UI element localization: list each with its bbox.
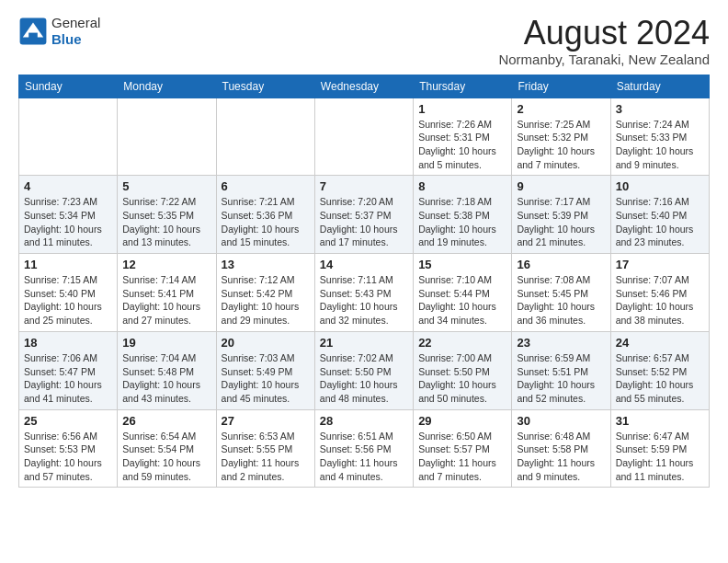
calendar-cell: 9Sunrise: 7:17 AM Sunset: 5:39 PM Daylig… bbox=[512, 176, 610, 254]
day-number: 1 bbox=[418, 102, 506, 116]
weekday-header-sunday: Sunday bbox=[19, 75, 118, 98]
day-info: Sunrise: 7:14 AM Sunset: 5:41 PM Dayligh… bbox=[122, 273, 210, 327]
calendar-header-row: SundayMondayTuesdayWednesdayThursdayFrid… bbox=[19, 75, 710, 98]
day-number: 9 bbox=[517, 179, 605, 193]
calendar-cell: 27Sunrise: 6:53 AM Sunset: 5:55 PM Dayli… bbox=[216, 409, 314, 488]
calendar-cell bbox=[118, 98, 216, 176]
logo-text: General Blue bbox=[51, 15, 100, 48]
day-number: 5 bbox=[122, 179, 210, 193]
calendar-week-row: 4Sunrise: 7:23 AM Sunset: 5:34 PM Daylig… bbox=[19, 176, 710, 254]
calendar-week-row: 11Sunrise: 7:15 AM Sunset: 5:40 PM Dayli… bbox=[19, 254, 710, 332]
day-number: 21 bbox=[320, 336, 408, 350]
day-info: Sunrise: 7:26 AM Sunset: 5:31 PM Dayligh… bbox=[418, 118, 506, 172]
calendar-cell: 19Sunrise: 7:04 AM Sunset: 5:48 PM Dayli… bbox=[118, 331, 216, 409]
month-title: August 2024 bbox=[498, 15, 710, 52]
day-info: Sunrise: 7:18 AM Sunset: 5:38 PM Dayligh… bbox=[418, 195, 506, 249]
day-info: Sunrise: 7:07 AM Sunset: 5:46 PM Dayligh… bbox=[616, 273, 704, 327]
day-info: Sunrise: 7:21 AM Sunset: 5:36 PM Dayligh… bbox=[222, 195, 310, 249]
day-number: 6 bbox=[222, 179, 310, 193]
day-info: Sunrise: 7:12 AM Sunset: 5:42 PM Dayligh… bbox=[222, 273, 310, 327]
day-number: 28 bbox=[320, 414, 408, 428]
calendar-cell: 23Sunrise: 6:59 AM Sunset: 5:51 PM Dayli… bbox=[512, 331, 610, 409]
calendar-cell: 25Sunrise: 6:56 AM Sunset: 5:53 PM Dayli… bbox=[19, 409, 118, 488]
calendar-cell: 10Sunrise: 7:16 AM Sunset: 5:40 PM Dayli… bbox=[610, 176, 709, 254]
day-number: 18 bbox=[24, 336, 112, 350]
day-info: Sunrise: 7:24 AM Sunset: 5:33 PM Dayligh… bbox=[616, 118, 704, 172]
weekday-header-saturday: Saturday bbox=[610, 75, 709, 98]
calendar-cell: 11Sunrise: 7:15 AM Sunset: 5:40 PM Dayli… bbox=[19, 254, 118, 332]
weekday-header-thursday: Thursday bbox=[414, 75, 512, 98]
day-info: Sunrise: 7:16 AM Sunset: 5:40 PM Dayligh… bbox=[616, 195, 704, 249]
calendar-cell: 31Sunrise: 6:47 AM Sunset: 5:59 PM Dayli… bbox=[610, 409, 709, 488]
day-info: Sunrise: 6:54 AM Sunset: 5:54 PM Dayligh… bbox=[122, 430, 210, 484]
calendar-week-row: 25Sunrise: 6:56 AM Sunset: 5:53 PM Dayli… bbox=[19, 409, 710, 488]
weekday-header-wednesday: Wednesday bbox=[314, 75, 413, 98]
calendar-cell: 3Sunrise: 7:24 AM Sunset: 5:33 PM Daylig… bbox=[610, 98, 709, 176]
day-number: 22 bbox=[418, 336, 506, 350]
location: Normanby, Taranaki, New Zealand bbox=[498, 52, 710, 67]
day-info: Sunrise: 7:25 AM Sunset: 5:32 PM Dayligh… bbox=[517, 118, 605, 172]
day-number: 31 bbox=[616, 414, 704, 428]
calendar-cell: 21Sunrise: 7:02 AM Sunset: 5:50 PM Dayli… bbox=[314, 331, 413, 409]
calendar-cell: 12Sunrise: 7:14 AM Sunset: 5:41 PM Dayli… bbox=[118, 254, 216, 332]
day-info: Sunrise: 7:11 AM Sunset: 5:43 PM Dayligh… bbox=[320, 273, 408, 327]
day-number: 4 bbox=[24, 179, 112, 193]
day-info: Sunrise: 7:06 AM Sunset: 5:47 PM Dayligh… bbox=[24, 351, 112, 406]
day-info: Sunrise: 7:20 AM Sunset: 5:37 PM Dayligh… bbox=[320, 195, 408, 249]
day-number: 30 bbox=[517, 414, 605, 428]
calendar-cell: 5Sunrise: 7:22 AM Sunset: 5:35 PM Daylig… bbox=[118, 176, 216, 254]
day-number: 3 bbox=[616, 102, 704, 116]
day-info: Sunrise: 6:51 AM Sunset: 5:56 PM Dayligh… bbox=[320, 430, 408, 484]
day-number: 7 bbox=[320, 179, 408, 193]
calendar-cell: 1Sunrise: 7:26 AM Sunset: 5:31 PM Daylig… bbox=[414, 98, 512, 176]
day-number: 20 bbox=[222, 336, 310, 350]
svg-rect-2 bbox=[28, 33, 38, 39]
day-info: Sunrise: 7:17 AM Sunset: 5:39 PM Dayligh… bbox=[517, 195, 605, 249]
day-number: 17 bbox=[616, 258, 704, 271]
day-info: Sunrise: 6:47 AM Sunset: 5:59 PM Dayligh… bbox=[616, 430, 704, 484]
weekday-header-monday: Monday bbox=[118, 75, 216, 98]
calendar-cell: 15Sunrise: 7:10 AM Sunset: 5:44 PM Dayli… bbox=[414, 254, 512, 332]
day-info: Sunrise: 7:03 AM Sunset: 5:49 PM Dayligh… bbox=[222, 351, 310, 406]
calendar-cell: 7Sunrise: 7:20 AM Sunset: 5:37 PM Daylig… bbox=[314, 176, 413, 254]
day-info: Sunrise: 6:57 AM Sunset: 5:52 PM Dayligh… bbox=[616, 351, 704, 406]
title-area: August 2024 Normanby, Taranaki, New Zeal… bbox=[498, 15, 710, 67]
weekday-header-friday: Friday bbox=[512, 75, 610, 98]
calendar-cell bbox=[314, 98, 413, 176]
day-number: 26 bbox=[122, 414, 210, 428]
calendar-cell: 24Sunrise: 6:57 AM Sunset: 5:52 PM Dayli… bbox=[610, 331, 709, 409]
day-info: Sunrise: 7:23 AM Sunset: 5:34 PM Dayligh… bbox=[24, 195, 112, 249]
day-number: 24 bbox=[616, 336, 704, 350]
day-info: Sunrise: 6:48 AM Sunset: 5:58 PM Dayligh… bbox=[517, 430, 605, 484]
day-number: 23 bbox=[517, 336, 605, 350]
day-number: 29 bbox=[418, 414, 506, 428]
day-info: Sunrise: 7:10 AM Sunset: 5:44 PM Dayligh… bbox=[418, 273, 506, 327]
day-info: Sunrise: 6:59 AM Sunset: 5:51 PM Dayligh… bbox=[517, 351, 605, 406]
calendar-cell: 29Sunrise: 6:50 AM Sunset: 5:57 PM Dayli… bbox=[414, 409, 512, 488]
day-info: Sunrise: 7:22 AM Sunset: 5:35 PM Dayligh… bbox=[122, 195, 210, 249]
calendar-cell: 28Sunrise: 6:51 AM Sunset: 5:56 PM Dayli… bbox=[314, 409, 413, 488]
calendar-table: SundayMondayTuesdayWednesdayThursdayFrid… bbox=[18, 75, 710, 488]
page-header: General Blue August 2024 Normanby, Taran… bbox=[18, 15, 710, 67]
calendar-cell: 16Sunrise: 7:08 AM Sunset: 5:45 PM Dayli… bbox=[512, 254, 610, 332]
calendar-week-row: 18Sunrise: 7:06 AM Sunset: 5:47 PM Dayli… bbox=[19, 331, 710, 409]
calendar-cell: 30Sunrise: 6:48 AM Sunset: 5:58 PM Dayli… bbox=[512, 409, 610, 488]
day-info: Sunrise: 6:50 AM Sunset: 5:57 PM Dayligh… bbox=[418, 430, 506, 484]
logo-icon bbox=[18, 17, 48, 46]
calendar-cell: 14Sunrise: 7:11 AM Sunset: 5:43 PM Dayli… bbox=[314, 254, 413, 332]
day-number: 27 bbox=[222, 414, 310, 428]
day-number: 13 bbox=[222, 258, 310, 271]
day-info: Sunrise: 7:15 AM Sunset: 5:40 PM Dayligh… bbox=[24, 273, 112, 327]
calendar-cell: 17Sunrise: 7:07 AM Sunset: 5:46 PM Dayli… bbox=[610, 254, 709, 332]
day-info: Sunrise: 7:04 AM Sunset: 5:48 PM Dayligh… bbox=[122, 351, 210, 406]
day-number: 10 bbox=[616, 179, 704, 193]
day-number: 25 bbox=[24, 414, 112, 428]
calendar-cell: 20Sunrise: 7:03 AM Sunset: 5:49 PM Dayli… bbox=[216, 331, 314, 409]
day-number: 8 bbox=[418, 179, 506, 193]
calendar-cell: 2Sunrise: 7:25 AM Sunset: 5:32 PM Daylig… bbox=[512, 98, 610, 176]
day-info: Sunrise: 7:02 AM Sunset: 5:50 PM Dayligh… bbox=[320, 351, 408, 406]
day-number: 11 bbox=[24, 258, 112, 271]
day-number: 14 bbox=[320, 258, 408, 271]
calendar-week-row: 1Sunrise: 7:26 AM Sunset: 5:31 PM Daylig… bbox=[19, 98, 710, 176]
day-info: Sunrise: 7:00 AM Sunset: 5:50 PM Dayligh… bbox=[418, 351, 506, 406]
